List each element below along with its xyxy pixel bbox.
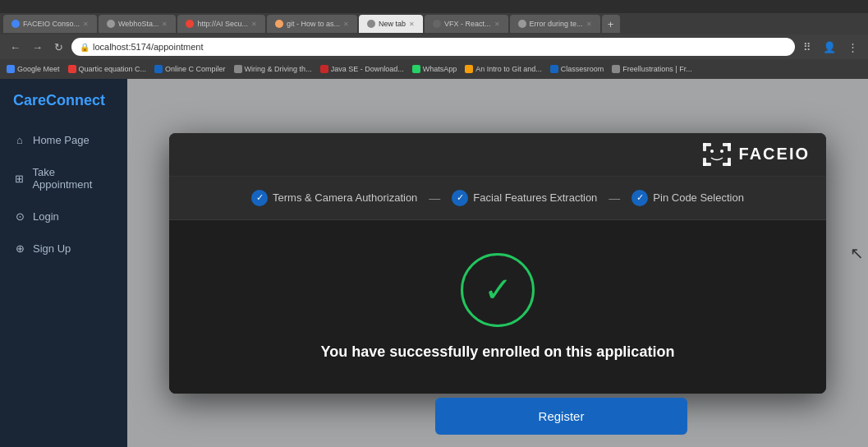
bookmark-git[interactable]: An Intro to Git and...	[465, 65, 542, 73]
step-3-check: ✓	[631, 190, 648, 206]
svg-rect-6	[703, 163, 711, 166]
bookmarks-bar: Google Meet Quartic equation C... Online…	[0, 59, 868, 79]
sidebar-label-home: Home Page	[33, 134, 90, 146]
sidebar-item-appointment[interactable]: ⊞ Take Appointment	[0, 158, 127, 199]
sidebar-label-appointment: Take Appointment	[32, 166, 114, 191]
extensions-button[interactable]: ⠿	[800, 39, 815, 55]
menu-button[interactable]: ⋮	[844, 39, 861, 55]
faceio-logo-icon	[703, 143, 731, 166]
login-icon: ⊙	[13, 210, 26, 223]
app-container: CareConnect ⌂ Home Page ⊞ Take Appointme…	[0, 79, 868, 447]
step-1-check: ✓	[251, 190, 268, 206]
sidebar-label-login: Login	[33, 210, 59, 223]
sidebar: CareConnect ⌂ Home Page ⊞ Take Appointme…	[0, 79, 127, 447]
success-checkmark-icon: ✓	[484, 270, 512, 310]
faceio-brand-text: FACEIO	[739, 145, 810, 164]
svg-rect-2	[703, 143, 706, 151]
step-2-label: Facial Features Extraction	[473, 191, 597, 204]
svg-rect-3	[728, 143, 731, 151]
browser-toolbar: ← → ↻ 🔒 localhost:5174/appointment ⠿ 👤 ⋮	[0, 35, 868, 59]
steps-bar: ✓ Terms & Camera Authorization — ✓ Facia…	[169, 177, 826, 220]
register-button-container: Register	[255, 385, 868, 447]
browser-tab-active[interactable]: New tab ✕	[359, 15, 423, 33]
success-content: ✓ You have successfully enrolled on this…	[169, 220, 826, 394]
browser-tab[interactable]: FACEIO Conso... ✕	[3, 15, 97, 33]
profile-button[interactable]: 👤	[820, 39, 839, 55]
sidebar-item-signup[interactable]: ⊕ Sign Up	[0, 234, 127, 263]
svg-rect-7	[723, 163, 731, 166]
sidebar-label-signup: Sign Up	[33, 242, 71, 255]
bookmark-quartic[interactable]: Quartic equation C...	[68, 65, 147, 73]
step-3-label: Pin Code Selection	[653, 191, 744, 204]
browser-tab[interactable]: WebhoSta... ✕	[99, 15, 176, 33]
bookmark-google-meet[interactable]: Google Meet	[7, 65, 60, 73]
browser-tab[interactable]: Error during te... ✕	[510, 15, 600, 33]
step-arrow-1: —	[429, 191, 440, 205]
url-text: localhost:5174/appointment	[93, 42, 204, 52]
refresh-button[interactable]: ↻	[51, 39, 67, 55]
step-3: ✓ Pin Code Selection	[631, 190, 744, 206]
browser-tab[interactable]: git - How to as... ✕	[267, 15, 357, 33]
browser-window-controls	[0, 0, 868, 13]
browser-tabs-bar: FACEIO Conso... ✕ WebhoSta... ✕ http://A…	[0, 13, 868, 35]
address-bar[interactable]: 🔒 localhost:5174/appointment	[71, 38, 795, 56]
browser-tab[interactable]: http://AI Secu... ✕	[177, 15, 265, 33]
main-content: FACEIO ✓ Terms & Camera Authorization — …	[127, 79, 868, 447]
sidebar-nav: ⌂ Home Page ⊞ Take Appointment ⊙ Login ⊕…	[0, 126, 127, 263]
signup-icon: ⊕	[13, 242, 26, 255]
lock-icon: 🔒	[80, 43, 90, 52]
faceio-modal: FACEIO ✓ Terms & Camera Authorization — …	[169, 133, 826, 394]
app-logo: CareConnect	[0, 92, 127, 126]
sidebar-item-login[interactable]: ⊙ Login	[0, 202, 127, 231]
faceio-brand: FACEIO	[703, 143, 810, 166]
bookmark-java[interactable]: Java SE - Download...	[320, 65, 404, 73]
bookmark-freellustrations[interactable]: Freellustrations | Fr...	[612, 65, 691, 73]
bookmark-wiring[interactable]: Wiring & Driving th...	[234, 65, 312, 73]
appointment-icon: ⊞	[13, 173, 25, 185]
bookmark-compiler[interactable]: Online C Compiler	[154, 65, 226, 73]
back-button[interactable]: ←	[7, 39, 24, 55]
svg-point-9	[720, 150, 723, 153]
faceio-header: FACEIO	[169, 133, 826, 177]
step-1-label: Terms & Camera Authorization	[273, 191, 417, 204]
svg-point-8	[710, 150, 714, 153]
new-tab-button[interactable]: +	[602, 15, 620, 33]
register-button[interactable]: Register	[435, 398, 687, 435]
success-message: You have successfully enrolled on this a…	[321, 343, 675, 361]
home-icon: ⌂	[13, 134, 26, 146]
step-2-check: ✓	[452, 190, 468, 206]
sidebar-item-home[interactable]: ⌂ Home Page	[0, 126, 127, 154]
step-arrow-2: —	[609, 191, 620, 205]
success-icon-circle: ✓	[461, 253, 535, 327]
step-2: ✓ Facial Features Extraction	[452, 190, 597, 206]
step-1: ✓ Terms & Camera Authorization	[251, 190, 417, 206]
browser-tab[interactable]: VFX - React... ✕	[425, 15, 508, 33]
bookmark-whatsapp[interactable]: WhatsApp	[412, 65, 457, 73]
bookmark-classesroom[interactable]: Classesroom	[550, 65, 604, 73]
forward-button[interactable]: →	[29, 39, 46, 55]
